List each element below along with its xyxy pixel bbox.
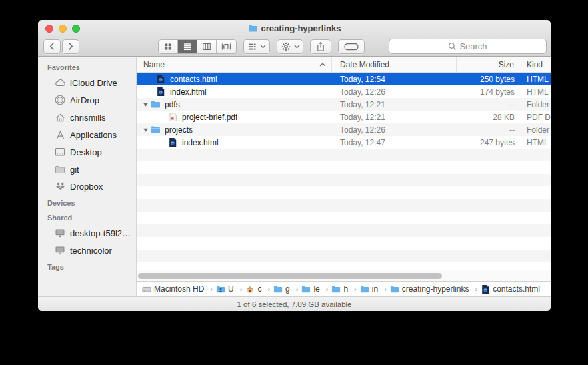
file-name: projects [165, 125, 193, 135]
action-menu-button[interactable] [277, 39, 303, 54]
table-row[interactable]: index.html Today, 12:26 174 bytes HTML [137, 85, 551, 98]
breadcrumb-label: in [372, 284, 378, 294]
kind-cell: PDF Do [521, 111, 551, 123]
column-header-kind[interactable]: Kind [521, 57, 551, 72]
sidebar-item-icon [54, 245, 66, 256]
breadcrumb-separator: › [475, 285, 478, 293]
breadcrumb-item[interactable]: creating-hyperlinks › [390, 284, 481, 294]
sidebar-item-desktop[interactable]: Desktop [38, 143, 136, 161]
breadcrumb-item[interactable]: Macintosh HD › [142, 284, 216, 294]
breadcrumb-icon [142, 285, 151, 294]
chevron-right-icon [68, 42, 73, 51]
column-header-size[interactable]: Size [457, 57, 521, 72]
chevron-down-icon [294, 45, 300, 49]
file-icon [150, 99, 161, 110]
name-cell: contacts.html [137, 73, 332, 85]
empty-row [137, 250, 551, 262]
table-row[interactable]: pdfs Today, 12:21 -- Folder [137, 98, 551, 111]
sidebar-item-icon [54, 95, 66, 105]
breadcrumb-label: creating-hyperlinks [402, 284, 469, 294]
empty-row [137, 199, 551, 212]
breadcrumb-separator: › [296, 285, 299, 293]
file-icon [167, 112, 178, 123]
sidebar-item-git[interactable]: git [38, 161, 136, 178]
name-cell: projects [137, 123, 332, 136]
sidebar-item-icloud-drive[interactable]: iCloud Drive [38, 74, 136, 91]
share-button[interactable] [310, 39, 331, 54]
breadcrumb-icon [216, 285, 225, 294]
horizontal-scrollbar-thumb[interactable] [138, 273, 442, 279]
table-row[interactable]: projects Today, 12:26 -- Folder [137, 123, 551, 136]
icon-view-button[interactable] [159, 40, 178, 53]
breadcrumb-icon [273, 285, 283, 294]
breadcrumb-item[interactable]: g › [273, 284, 301, 294]
nav-buttons [43, 39, 79, 54]
tag-button[interactable] [338, 39, 365, 54]
empty-row [137, 149, 551, 161]
date-modified-cell: Today, 12:26 [332, 123, 457, 136]
breadcrumb-item[interactable]: le › [301, 284, 331, 294]
empty-row [137, 161, 551, 174]
sidebar-item-airdrop[interactable]: AirDrop [38, 91, 136, 109]
breadcrumb-label: g [285, 284, 290, 294]
table-row[interactable]: project-brief.pdf Today, 12:21 28 KB PDF… [137, 111, 551, 123]
sidebar-section-label: Tags [38, 259, 136, 274]
sidebar-item-desktop-t59l2-[interactable]: desktop-t59l2… [38, 224, 136, 242]
back-button[interactable] [43, 39, 61, 54]
sidebar-item-icon [54, 112, 66, 123]
path-bar: Macintosh HD › U › c › g › [137, 281, 551, 296]
table-row[interactable]: index.html Today, 12:47 247 bytes HTML [137, 136, 551, 149]
list-view-button[interactable] [178, 40, 197, 53]
sidebar-item-technicolor[interactable]: technicolor [38, 242, 136, 259]
horizontal-scrollbar [137, 270, 551, 281]
breadcrumb-item[interactable]: c › [245, 284, 273, 294]
sidebar-item-chrismills[interactable]: chrismills [38, 109, 136, 126]
disclosure-triangle-icon[interactable] [141, 102, 150, 107]
search-field[interactable]: Search [389, 39, 547, 54]
group-by-icon [247, 42, 257, 51]
breadcrumb-item[interactable]: h › [331, 284, 359, 294]
zoom-button[interactable] [72, 25, 80, 33]
breadcrumb-icon [390, 285, 399, 294]
name-cell: index.html [137, 136, 332, 149]
breadcrumb-item[interactable]: in › [360, 284, 390, 294]
group-by-button[interactable] [243, 39, 270, 54]
sidebar-item-applications[interactable]: Applications [38, 126, 136, 143]
status-text: 1 of 6 selected, 7.09 GB available [237, 300, 352, 308]
file-list-pane: Name Date Modified Size Kind contacts.ht… [137, 57, 551, 296]
toolbar: Search [38, 37, 551, 56]
file-rows: contacts.html Today, 12:54 250 bytes HTM… [137, 73, 551, 270]
gear-icon [281, 41, 291, 52]
forward-button[interactable] [62, 39, 79, 54]
tag-icon [344, 43, 359, 51]
sidebar-item-icon [54, 164, 66, 175]
column-header-date-modified[interactable]: Date Modified [332, 57, 457, 72]
breadcrumb-label: U [228, 284, 234, 294]
folder-icon [248, 24, 258, 33]
name-cell: index.html [137, 85, 332, 98]
date-modified-cell: Today, 12:26 [332, 85, 457, 98]
column-view-button[interactable] [197, 40, 217, 53]
breadcrumb-label: h [343, 284, 348, 294]
breadcrumb-item[interactable]: contacts.html › [481, 284, 540, 294]
sidebar-item-dropbox[interactable]: Dropbox [38, 178, 136, 195]
share-icon [316, 41, 325, 52]
minimize-button[interactable] [59, 25, 67, 33]
column-header-name[interactable]: Name [137, 57, 332, 72]
kind-cell: HTML [521, 85, 551, 98]
sidebar-item-label: chrismills [70, 113, 105, 123]
sidebar-item-label: Dropbox [70, 182, 103, 192]
kind-cell: Folder [521, 123, 551, 136]
breadcrumb-icon [331, 285, 341, 294]
breadcrumb-item[interactable]: U › [216, 284, 245, 294]
file-name: pdfs [165, 100, 180, 109]
sidebar-item-label: technicolor [70, 246, 112, 256]
chevron-left-icon [49, 42, 55, 51]
sidebar-section-label: Shared [38, 210, 136, 224]
file-name: contacts.html [170, 75, 217, 84]
finder-window: creating-hyperlinks [38, 20, 551, 311]
table-row[interactable]: contacts.html Today, 12:54 250 bytes HTM… [137, 73, 551, 85]
close-button[interactable] [45, 25, 53, 33]
disclosure-triangle-icon[interactable] [141, 127, 150, 133]
gallery-view-button[interactable] [217, 40, 236, 53]
